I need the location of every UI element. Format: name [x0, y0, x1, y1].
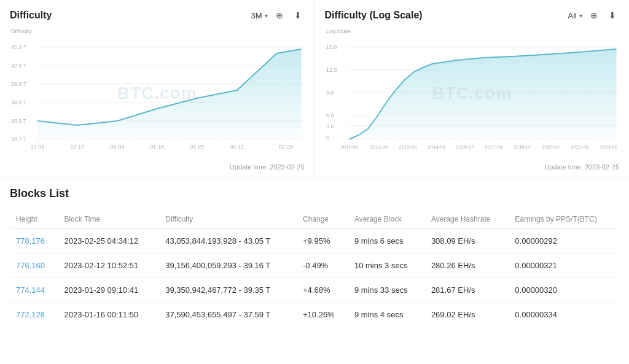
svg-text:2015-07: 2015-07 — [456, 144, 474, 150]
block-time: 2023-02-12 10:52:51 — [58, 254, 159, 278]
difficulty-chart-area: BTC.com Difficulty 45.0 T 42.0 T 39.0 T … — [10, 26, 305, 161]
block-avg-block: 9 mins 33 secs — [348, 278, 425, 303]
block-avg-hashrate: 269.02 EH/s — [425, 303, 509, 327]
block-avg-block: 9 mins 6 secs — [348, 229, 425, 254]
svg-text:2014-01: 2014-01 — [428, 144, 446, 150]
block-change: +10.26% — [297, 303, 348, 327]
chevron-down-icon-right: ▾ — [579, 12, 582, 19]
block-change: +9.95% — [297, 229, 348, 254]
block-time: 2023-02-25 04:34:12 — [58, 229, 159, 254]
svg-text:2012-09: 2012-09 — [399, 144, 417, 150]
svg-text:2018-07: 2018-07 — [514, 144, 532, 150]
block-height-link[interactable]: 772,128 — [10, 303, 58, 327]
chevron-down-icon: ▾ — [265, 12, 268, 19]
svg-text:12.0: 12.0 — [326, 67, 336, 73]
difficulty-chart-panel: Difficulty 3M ▾ ⊕ ⬇ BTC.com Difficulty 4… — [0, 0, 315, 177]
blocks-list-title: Blocks List — [10, 187, 619, 200]
block-height-link[interactable]: 776,160 — [10, 254, 58, 278]
block-avg-block: 9 mins 4 secs — [348, 303, 425, 327]
blocks-section: Blocks List Height Block Time Difficulty… — [0, 177, 629, 327]
col-difficulty: Difficulty — [159, 210, 297, 229]
log-scale-chart-panel: Difficulty (Log Scale) All ▾ ⊕ ⬇ BTC.com… — [315, 0, 630, 177]
col-earnings: Earnings by PPS/T(BTC) — [509, 210, 619, 229]
download-button-right[interactable]: ⬇ — [606, 9, 619, 22]
svg-text:33.0 T: 33.0 T — [11, 118, 27, 124]
svg-text:01-03: 01-03 — [110, 144, 124, 150]
svg-text:2010-01: 2010-01 — [340, 144, 359, 150]
block-earnings: 0.00000292 — [509, 229, 619, 254]
block-earnings: 0.00000321 — [509, 254, 619, 278]
chart-controls-left: 3M ▾ ⊕ ⬇ — [251, 9, 304, 22]
block-avg-hashrate: 281.67 EH/s — [425, 278, 509, 303]
block-avg-hashrate: 280.26 EH/s — [425, 254, 509, 278]
period-selector-left[interactable]: 3M ▾ — [251, 11, 267, 20]
table-row: 772,128 2023-01-16 00:11:50 37,590,453,6… — [10, 303, 619, 327]
block-earnings: 0.00000334 — [509, 303, 619, 327]
svg-text:12-19: 12-19 — [70, 144, 84, 150]
table-row: 778,176 2023-02-25 04:34:12 43,053,844,1… — [10, 229, 619, 254]
col-height: Height — [10, 210, 58, 229]
charts-row: Difficulty 3M ▾ ⊕ ⬇ BTC.com Difficulty 4… — [0, 0, 629, 177]
col-change: Change — [297, 210, 348, 229]
col-avg-hashrate: Average Hashrate — [425, 210, 509, 229]
svg-text:2021-08: 2021-08 — [570, 144, 588, 150]
svg-text:2020-01: 2020-01 — [541, 144, 560, 150]
block-earnings: 0.00000320 — [509, 278, 619, 303]
download-button-left[interactable]: ⬇ — [291, 9, 305, 22]
svg-text:02-12: 02-12 — [230, 144, 244, 150]
col-block-time: Block Time — [58, 210, 159, 229]
block-height-link[interactable]: 778,176 — [10, 229, 58, 254]
chart-header-left: Difficulty 3M ▾ ⊕ ⬇ — [10, 9, 305, 22]
log-scale-chart-area: BTC.com Log Scale 15.0 12.0 9.0 6.0 3.0 … — [325, 26, 620, 161]
block-difficulty: 37,590,453,655,497 - 37.59 T — [159, 303, 297, 327]
svg-text:39.0 T: 39.0 T — [11, 81, 27, 87]
svg-text:2017-01: 2017-01 — [485, 144, 503, 150]
svg-text:01-15: 01-15 — [150, 144, 164, 150]
block-difficulty: 39,156,400,059,293 - 39.16 T — [159, 254, 297, 278]
period-selector-right[interactable]: All ▾ — [568, 11, 582, 20]
block-avg-block: 10 mins 3 secs — [348, 254, 425, 278]
block-avg-hashrate: 308.09 EH/s — [425, 229, 509, 254]
blocks-table: Height Block Time Difficulty Change Aver… — [10, 210, 619, 327]
block-difficulty: 39,350,942,467,772 - 39.35 T — [159, 278, 297, 303]
svg-text:Log Scale: Log Scale — [326, 28, 350, 34]
chart-update-left: Update time: 2023-02-25 — [10, 163, 305, 171]
difficulty-chart-title: Difficulty — [10, 10, 52, 21]
svg-text:30.7 T: 30.7 T — [11, 136, 27, 142]
block-time: 2023-01-16 00:11:50 — [58, 303, 159, 327]
svg-text:2011-04: 2011-04 — [370, 144, 388, 150]
svg-text:15.0: 15.0 — [326, 44, 336, 50]
svg-text:Difficulty: Difficulty — [11, 28, 32, 34]
dashboard: Difficulty 3M ▾ ⊕ ⬇ BTC.com Difficulty 4… — [0, 0, 629, 364]
col-avg-block: Average Block — [348, 210, 425, 229]
svg-text:0: 0 — [326, 134, 329, 141]
block-change: +4.68% — [297, 278, 348, 303]
block-difficulty: 43,053,844,193,928 - 43.05 T — [159, 229, 297, 254]
svg-text:3.0: 3.0 — [326, 123, 333, 130]
block-change: -0.49% — [297, 254, 348, 278]
chart-header-right: Difficulty (Log Scale) All ▾ ⊕ ⬇ — [325, 9, 620, 22]
log-scale-chart-title: Difficulty (Log Scale) — [325, 10, 423, 21]
zoom-in-button-right[interactable]: ⊕ — [587, 9, 601, 22]
svg-text:2023-02: 2023-02 — [599, 144, 617, 150]
table-header-row: Height Block Time Difficulty Change Aver… — [10, 210, 619, 229]
block-height-link[interactable]: 774,144 — [10, 278, 58, 303]
chart-update-right: Update time: 2023-02-25 — [325, 163, 620, 171]
svg-text:36.0 T: 36.0 T — [11, 99, 27, 106]
block-time: 2023-01-29 09:10:41 — [58, 278, 159, 303]
svg-text:12-06: 12-06 — [30, 144, 44, 150]
chart-controls-right: All ▾ ⊕ ⬇ — [568, 9, 619, 22]
svg-text:42.0 T: 42.0 T — [11, 63, 27, 69]
table-row: 776,160 2023-02-12 10:52:51 39,156,400,0… — [10, 254, 619, 278]
svg-text:6.0: 6.0 — [326, 112, 333, 118]
svg-text:45.0 T: 45.0 T — [11, 44, 27, 50]
svg-text:01-29: 01-29 — [190, 144, 204, 150]
svg-text:9.0: 9.0 — [326, 90, 333, 96]
svg-text:02-25: 02-25 — [279, 144, 293, 150]
table-row: 774,144 2023-01-29 09:10:41 39,350,942,4… — [10, 278, 619, 303]
zoom-in-button-left[interactable]: ⊕ — [273, 9, 286, 22]
